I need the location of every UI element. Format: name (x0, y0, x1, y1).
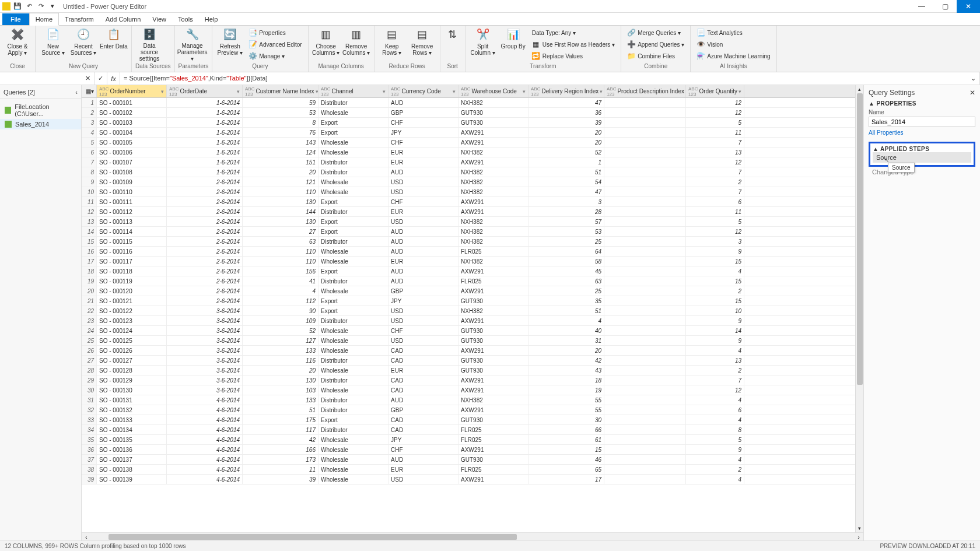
datatype-icon[interactable]: ABC123 (321, 86, 330, 97)
formula-expand-button[interactable]: ⌄ (967, 72, 980, 85)
cell[interactable]: 2 (686, 366, 744, 375)
cell[interactable]: 41 (243, 276, 318, 286)
cell[interactable]: 130 (243, 375, 318, 385)
cell[interactable]: SO - 000128 (97, 366, 167, 375)
cell[interactable]: SO - 000114 (97, 227, 167, 236)
cell[interactable]: 4 (686, 475, 744, 484)
table-row[interactable]: 5SO - 0001051-6-2014143WholesaleCHFAXW29… (82, 138, 863, 148)
cell[interactable]: 3-6-2014 (167, 316, 243, 325)
cell[interactable]: 1-6-2014 (167, 148, 243, 157)
cell[interactable]: CHF (388, 445, 459, 454)
vision-button[interactable]: 👁️Vision (694, 39, 772, 50)
cell[interactable]: 15 (686, 296, 744, 306)
cell[interactable]: EUR (388, 207, 459, 216)
tab-tools[interactable]: Tools (172, 13, 199, 25)
cell[interactable]: SO - 000103 (97, 118, 167, 127)
cell[interactable]: NXH382 (459, 257, 528, 266)
formula-accept-button[interactable]: ✓ (94, 72, 107, 85)
cell[interactable]: 58 (528, 257, 604, 266)
query-item[interactable]: FileLocation (C:\User... (0, 101, 81, 119)
cell[interactable]: 4-6-2014 (167, 475, 243, 484)
data-type-button[interactable]: Data Type: Any ▾ (530, 27, 617, 38)
cell[interactable]: EUR (388, 257, 459, 266)
cell[interactable]: 65 (528, 465, 604, 474)
cell[interactable]: 3-6-2014 (167, 306, 243, 315)
cell[interactable]: Distributor (318, 276, 388, 286)
cell[interactable]: CHF (388, 118, 459, 127)
cell[interactable] (604, 356, 686, 365)
cell[interactable] (604, 148, 686, 157)
column-header[interactable]: ABC123Warehouse Code▾ (459, 85, 528, 97)
cell[interactable]: USD (388, 187, 459, 196)
cell[interactable]: SO - 000129 (97, 375, 167, 385)
cell[interactable]: 2-6-2014 (167, 247, 243, 256)
cell[interactable]: CHF (388, 326, 459, 335)
cell[interactable]: 1-6-2014 (167, 138, 243, 147)
cell[interactable]: 17 (528, 475, 604, 484)
cell[interactable]: CAD (388, 425, 459, 434)
cell[interactable] (604, 475, 686, 484)
cell[interactable]: SO - 000130 (97, 385, 167, 395)
cell[interactable]: SO - 000122 (97, 306, 167, 315)
cell[interactable]: GUT930 (459, 326, 528, 335)
cell[interactable]: 4-6-2014 (167, 435, 243, 444)
cell[interactable]: SO - 000110 (97, 187, 167, 196)
cell[interactable] (604, 177, 686, 187)
cell[interactable]: USD (388, 306, 459, 315)
cell[interactable]: 42 (243, 435, 318, 444)
cell[interactable] (604, 266, 686, 276)
cell[interactable]: CAD (388, 346, 459, 355)
cell[interactable]: 117 (243, 425, 318, 434)
sort-button[interactable]: ⇅ (444, 27, 461, 62)
cell[interactable]: 2-6-2014 (167, 187, 243, 196)
cell[interactable]: 7 (686, 187, 744, 196)
cell[interactable]: AUD (388, 227, 459, 236)
cell[interactable]: Wholesale (318, 286, 388, 296)
cell[interactable]: Export (318, 227, 388, 236)
cell[interactable]: 57 (528, 217, 604, 226)
cell[interactable]: 10 (686, 306, 744, 315)
cell[interactable]: SO - 000124 (97, 326, 167, 335)
cell[interactable]: Wholesale (318, 247, 388, 256)
cell[interactable] (604, 257, 686, 266)
tab-help[interactable]: Help (199, 13, 224, 25)
cell[interactable]: 4-6-2014 (167, 445, 243, 454)
cell[interactable]: GUT930 (459, 118, 528, 127)
cell[interactable]: SO - 000120 (97, 286, 167, 296)
cell[interactable]: SO - 000101 (97, 98, 167, 107)
recent-sources-button[interactable]: 🕘Recent Sources ▾ (69, 27, 97, 62)
cell[interactable]: GBP (388, 405, 459, 415)
cell[interactable]: CHF (388, 197, 459, 206)
table-row[interactable]: 2SO - 0001021-6-201453WholesaleGBPGUT930… (82, 108, 863, 118)
cell[interactable]: 66 (528, 425, 604, 434)
collapse-queries-icon[interactable]: ‹ (75, 89, 78, 96)
cell[interactable]: 15 (528, 445, 604, 454)
cell[interactable]: EUR (388, 157, 459, 167)
cell[interactable]: AXW291 (459, 375, 528, 385)
cell[interactable]: NXH382 (459, 217, 528, 226)
text-analytics-button[interactable]: 📃Text Analytics (694, 27, 772, 38)
cell[interactable]: AUD (388, 266, 459, 276)
table-row[interactable]: 14SO - 0001142-6-201427ExportAUDNXH38253… (82, 227, 863, 237)
cell[interactable] (604, 316, 686, 325)
tab-view[interactable]: View (146, 13, 172, 25)
formula-cancel-button[interactable]: ✕ (82, 72, 94, 85)
cell[interactable]: CAD (388, 415, 459, 424)
cell[interactable]: 8 (686, 425, 744, 434)
cell[interactable]: AUD (388, 455, 459, 464)
cell[interactable]: USD (388, 336, 459, 345)
cell[interactable]: EUR (388, 465, 459, 474)
cell[interactable]: 52 (243, 326, 318, 335)
cell[interactable]: 1-6-2014 (167, 118, 243, 127)
cell[interactable]: SO - 000135 (97, 435, 167, 444)
cell[interactable]: 4 (686, 395, 744, 405)
cell[interactable]: 31 (528, 336, 604, 345)
table-row[interactable]: 39SO - 0001394-6-201439WholesaleUSDAXW29… (82, 475, 863, 485)
formula-input[interactable]: = Source{[Item="Sales_2014",Kind="Table"… (120, 75, 967, 82)
table-row[interactable]: 31SO - 0001314-6-2014133DistributorAUDNX… (82, 395, 863, 405)
cell[interactable]: SO - 000104 (97, 128, 167, 137)
cell[interactable]: 15 (686, 257, 744, 266)
cell[interactable]: 20 (528, 138, 604, 147)
cell[interactable]: SO - 000123 (97, 316, 167, 325)
cell[interactable]: 47 (528, 98, 604, 107)
